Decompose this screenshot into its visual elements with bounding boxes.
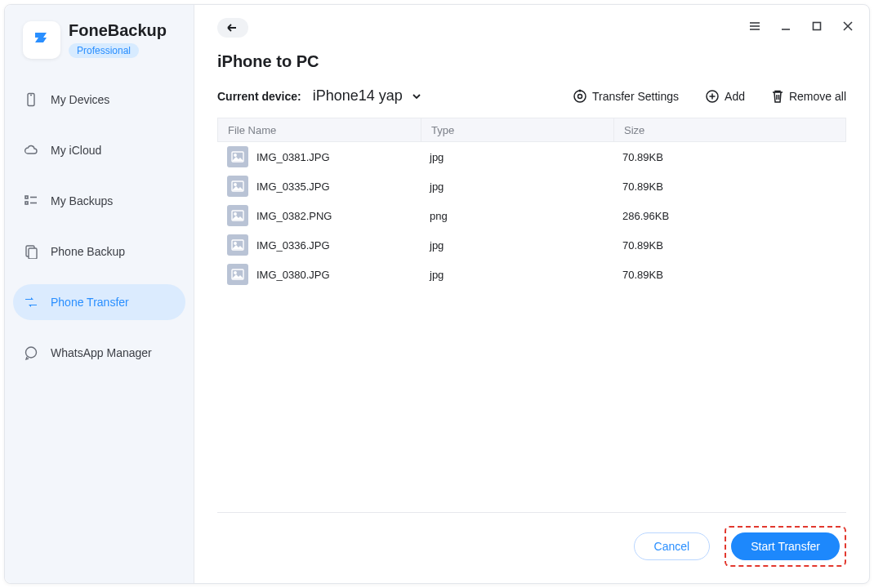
svg-point-17 [574, 91, 586, 102]
back-button[interactable] [217, 18, 248, 38]
chevron-down-icon [411, 91, 422, 102]
svg-rect-7 [29, 248, 37, 259]
settings-icon [573, 89, 587, 104]
sidebar-item-my-backups[interactable]: My Backups [13, 183, 185, 219]
file-type: jpg [420, 239, 613, 252]
table-row[interactable]: IMG_0380.JPGjpg70.89KB [217, 260, 846, 289]
footer: Cancel Start Transfer [217, 512, 846, 567]
sidebar-item-label: WhatsApp Manager [51, 346, 152, 359]
sidebar-item-whatsapp-manager[interactable]: WhatsApp Manager [13, 335, 185, 371]
cancel-button[interactable]: Cancel [634, 532, 711, 560]
chat-icon [23, 345, 39, 361]
sidebar-item-label: My iCloud [51, 144, 101, 157]
file-size: 70.89KB [613, 269, 846, 281]
app-title: FoneBackup [69, 21, 167, 40]
file-name: IMG_0382.PNG [256, 210, 332, 222]
sidebar-item-phone-backup[interactable]: Phone Backup [13, 234, 185, 270]
menu-button[interactable] [748, 20, 761, 33]
svg-point-16 [577, 94, 582, 98]
table-header: File Name Type Size [217, 118, 846, 142]
current-device-label: Current device: [217, 90, 301, 103]
svg-point-27 [234, 184, 236, 185]
file-type: jpg [420, 151, 613, 163]
svg-point-31 [234, 243, 236, 244]
file-size: 70.89KB [613, 180, 846, 193]
col-header-size[interactable]: Size [613, 118, 845, 141]
transfer-icon [23, 294, 39, 310]
sidebar-nav: My Devices My iCloud My Backups Phone Ba… [5, 82, 194, 371]
file-type: jpg [420, 180, 613, 193]
window-controls [748, 20, 854, 33]
table-body: IMG_0381.JPGjpg70.89KBIMG_0335.JPGjpg70.… [217, 142, 846, 289]
maximize-icon [811, 20, 823, 32]
plus-circle-icon [705, 89, 720, 104]
minimize-button[interactable] [779, 20, 792, 33]
image-thumb-icon [227, 234, 248, 256]
app-logo-icon [30, 29, 53, 51]
highlight-annotation: Start Transfer [725, 526, 846, 567]
col-header-type[interactable]: Type [421, 118, 613, 141]
backup-icon [23, 243, 39, 260]
minimize-icon [780, 20, 792, 32]
hamburger-icon [748, 20, 761, 33]
toolbar: Current device: iPhone14 yap Transfer Se… [217, 87, 846, 105]
cloud-icon [23, 142, 39, 158]
maximize-button[interactable] [810, 20, 823, 33]
table-row[interactable]: IMG_0335.JPGjpg70.89KB [217, 172, 846, 201]
sidebar-item-label: Phone Backup [51, 245, 125, 258]
close-icon [842, 20, 854, 32]
sidebar: FoneBackup Professional My Devices My iC… [5, 5, 194, 583]
table-row[interactable]: IMG_0336.JPGjpg70.89KB [217, 230, 846, 260]
device-dropdown[interactable]: iPhone14 yap [313, 87, 422, 105]
sidebar-item-label: My Backups [51, 194, 113, 207]
svg-point-29 [234, 213, 236, 215]
sidebar-item-label: My Devices [51, 93, 109, 106]
image-thumb-icon [227, 264, 248, 285]
file-name: IMG_0380.JPG [256, 269, 330, 281]
arrow-left-icon [225, 21, 240, 34]
list-icon [23, 193, 39, 209]
app-window: FoneBackup Professional My Devices My iC… [4, 4, 870, 584]
trash-icon [771, 89, 784, 104]
table-row[interactable]: IMG_0382.PNGpng286.96KB [217, 201, 846, 230]
col-header-name[interactable]: File Name [218, 124, 421, 136]
device-icon [23, 91, 39, 108]
professional-badge: Professional [69, 43, 139, 58]
app-logo [23, 21, 60, 59]
table-row[interactable]: IMG_0381.JPGjpg70.89KB [217, 142, 846, 172]
svg-rect-3 [25, 202, 28, 204]
svg-point-25 [234, 154, 236, 156]
file-name: IMG_0381.JPG [256, 151, 330, 163]
action-label: Add [725, 90, 745, 103]
file-size: 286.96KB [613, 210, 846, 222]
close-button[interactable] [841, 20, 854, 33]
image-thumb-icon [227, 176, 248, 197]
svg-point-33 [234, 272, 236, 274]
image-thumb-icon [227, 146, 248, 167]
action-label: Remove all [789, 90, 846, 103]
file-table: File Name Type Size IMG_0381.JPGjpg70.89… [217, 118, 846, 289]
svg-point-8 [26, 347, 37, 358]
add-button[interactable]: Add [705, 89, 745, 104]
file-type: jpg [420, 269, 613, 281]
page-title: iPhone to PC [217, 52, 846, 71]
svg-rect-13 [814, 23, 821, 30]
sidebar-item-phone-transfer[interactable]: Phone Transfer [13, 284, 185, 320]
file-name: IMG_0335.JPG [256, 180, 330, 193]
main-content: iPhone to PC Current device: iPhone14 ya… [194, 5, 869, 583]
file-type: png [420, 210, 613, 222]
svg-rect-2 [25, 196, 28, 198]
sidebar-item-label: Phone Transfer [51, 296, 129, 309]
sidebar-item-my-devices[interactable]: My Devices [13, 82, 185, 118]
file-name: IMG_0336.JPG [256, 239, 330, 252]
remove-all-button[interactable]: Remove all [771, 89, 846, 104]
sidebar-item-my-icloud[interactable]: My iCloud [13, 132, 185, 168]
image-thumb-icon [227, 205, 248, 226]
app-logo-block: FoneBackup Professional [5, 16, 194, 59]
svg-point-18 [579, 90, 581, 91]
transfer-settings-button[interactable]: Transfer Settings [573, 89, 679, 104]
start-transfer-button[interactable]: Start Transfer [731, 532, 840, 560]
file-size: 70.89KB [613, 239, 846, 252]
action-label: Transfer Settings [592, 90, 679, 103]
device-name: iPhone14 yap [313, 87, 403, 105]
